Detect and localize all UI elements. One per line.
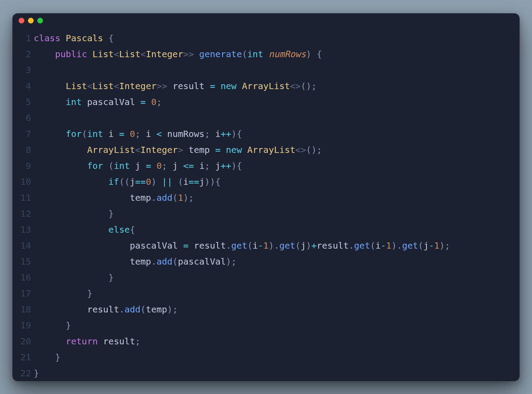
code-line[interactable]: 16 } xyxy=(12,269,520,285)
token-sp xyxy=(311,49,317,59)
code-line[interactable]: 1class Pascals { xyxy=(12,30,520,46)
code-line[interactable]: 10 if((j==0) || (i==j)){ xyxy=(12,174,520,190)
window-titlebar xyxy=(12,13,520,28)
token-angle: <> xyxy=(295,144,306,155)
token-ident: pascalVal xyxy=(130,240,178,251)
token-ident: j xyxy=(199,176,204,187)
code-line[interactable]: 13 else{ xyxy=(12,222,520,238)
token-punct: ); xyxy=(167,304,178,315)
code-content[interactable]: for (int j = 0; j <= i; j++){ xyxy=(34,158,242,174)
code-content[interactable]: } xyxy=(34,269,114,285)
code-line[interactable]: 15 temp.add(pascalVal); xyxy=(12,254,520,269)
code-content[interactable]: ArrayList<Integer> temp = new ArrayList<… xyxy=(34,142,322,158)
code-line[interactable]: 5 int pascalVal = 0; xyxy=(12,94,520,110)
token-punct: ( xyxy=(370,240,376,251)
code-content[interactable]: temp.add(1); xyxy=(34,190,194,206)
token-ident: pascalVal xyxy=(178,256,226,267)
token-op: + xyxy=(311,240,317,251)
code-line[interactable]: 2 public List<List<Integer>> generate(in… xyxy=(12,46,520,62)
zoom-icon[interactable] xyxy=(37,18,43,23)
token-sp xyxy=(210,144,215,155)
token-punct: ) xyxy=(306,49,311,59)
code-content[interactable]: int pascalVal = 0; xyxy=(34,94,162,110)
code-content[interactable]: } xyxy=(34,349,60,365)
code-line[interactable]: 3 xyxy=(12,62,520,78)
token-punct: ). xyxy=(269,240,279,251)
code-content[interactable] xyxy=(34,110,39,126)
token-kw: public xyxy=(55,49,87,59)
code-content[interactable]: } xyxy=(34,206,114,222)
code-content[interactable]: return result; xyxy=(34,333,141,349)
code-content[interactable]: List<List<Integer>> result = new ArrayLi… xyxy=(34,78,317,94)
line-number: 5 xyxy=(12,94,34,110)
token-ident: numRows xyxy=(167,129,204,139)
token-num: 0 xyxy=(156,160,162,171)
token-ident: result xyxy=(172,81,204,91)
token-punct: } xyxy=(55,352,60,363)
code-line[interactable]: 9 for (int j = 0; j <= i; j++){ xyxy=(12,158,520,174)
token-fn: add xyxy=(156,192,172,203)
code-content[interactable]: } xyxy=(34,365,39,381)
code-line[interactable]: 22} xyxy=(12,365,520,381)
line-number: 16 xyxy=(12,269,34,285)
token-sp xyxy=(215,81,220,91)
line-number: 19 xyxy=(12,317,34,333)
token-sp xyxy=(34,352,55,363)
code-line[interactable]: 7 for(int i = 0; i < numRows; i++){ xyxy=(12,126,520,142)
token-sp xyxy=(204,81,210,91)
code-content[interactable] xyxy=(34,62,39,78)
close-icon[interactable] xyxy=(19,18,24,23)
code-line[interactable]: 6 xyxy=(12,110,520,126)
token-cls: ArrayList xyxy=(87,144,135,155)
token-sp xyxy=(210,160,215,171)
line-number: 1 xyxy=(12,30,34,46)
token-punct: ; xyxy=(135,129,141,139)
token-punct: . xyxy=(119,304,125,315)
token-sp xyxy=(34,240,130,251)
token-sp xyxy=(34,272,109,283)
code-line[interactable]: 12 } xyxy=(12,206,520,222)
code-line[interactable]: 4 List<List<Integer>> result = new Array… xyxy=(12,78,520,94)
code-line[interactable]: 18 result.add(temp); xyxy=(12,301,520,317)
code-line[interactable]: 8 ArrayList<Integer> temp = new ArrayLis… xyxy=(12,142,520,158)
code-content[interactable]: } xyxy=(34,285,92,301)
code-content[interactable]: if((j==0) || (i==j)){ xyxy=(34,174,221,190)
code-content[interactable]: public List<List<Integer>> generate(int … xyxy=(34,46,322,62)
token-punct: ( xyxy=(109,160,114,171)
token-sp xyxy=(151,160,156,171)
token-punct: } xyxy=(66,320,71,331)
code-window: 1class Pascals {2 public List<List<Integ… xyxy=(12,13,520,381)
token-punct: ); xyxy=(226,256,237,267)
code-line[interactable]: 20 return result; xyxy=(12,333,520,349)
token-sp xyxy=(221,144,226,155)
token-op: ++ xyxy=(221,160,231,171)
token-op: = xyxy=(141,97,146,107)
code-content[interactable]: class Pascals { xyxy=(34,30,114,46)
token-sp xyxy=(114,129,119,139)
code-line[interactable]: 11 temp.add(1); xyxy=(12,190,520,206)
code-content[interactable]: result.add(temp); xyxy=(34,301,178,317)
code-content[interactable]: temp.add(pascalVal); xyxy=(34,254,237,269)
code-editor[interactable]: 1class Pascals {2 public List<List<Integ… xyxy=(12,28,520,381)
token-sp xyxy=(178,160,183,171)
token-sp xyxy=(34,192,130,203)
code-line[interactable]: 17 } xyxy=(12,285,520,301)
minimize-icon[interactable] xyxy=(28,18,34,23)
code-line[interactable]: 19 } xyxy=(12,317,520,333)
token-punct: ); xyxy=(439,240,450,251)
token-punct: ); xyxy=(183,192,194,203)
code-content[interactable]: else{ xyxy=(34,222,135,238)
code-content[interactable]: pascalVal = result.get(i-1).get(j)+resul… xyxy=(34,238,450,254)
code-line[interactable]: 14 pascalVal = result.get(i-1).get(j)+re… xyxy=(12,238,520,254)
token-sp xyxy=(103,33,109,43)
token-ident: temp xyxy=(188,144,210,155)
token-angle: > xyxy=(178,144,183,155)
token-ident: result xyxy=(87,304,119,315)
line-number: 14 xyxy=(12,238,34,254)
token-angle: >> xyxy=(183,49,194,59)
code-line[interactable]: 21 } xyxy=(12,349,520,365)
code-content[interactable]: } xyxy=(34,317,71,333)
line-number: 18 xyxy=(12,301,34,317)
token-punct: ; xyxy=(204,129,210,139)
code-content[interactable]: for(int i = 0; i < numRows; i++){ xyxy=(34,126,242,142)
